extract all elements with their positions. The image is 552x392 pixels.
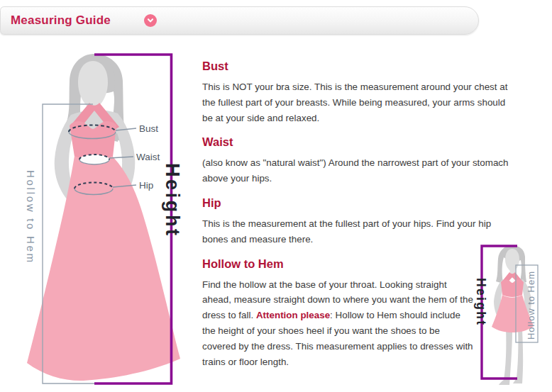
figure-face bbox=[78, 61, 108, 111]
waist-label: Waist bbox=[136, 152, 160, 162]
measuring-guide-header[interactable]: Measuring Guide bbox=[0, 6, 479, 35]
bust-description: This is NOT your bra size. This is the m… bbox=[202, 79, 512, 125]
hip-label: Hip bbox=[139, 180, 153, 191]
small-dress-bodice bbox=[501, 279, 524, 297]
bust-heading: Bust bbox=[202, 60, 512, 73]
hip-heading: Hip bbox=[202, 196, 512, 210]
waist-heading: Waist bbox=[202, 135, 512, 149]
chevron-down-icon[interactable] bbox=[144, 14, 157, 27]
bust-label: Bust bbox=[139, 123, 158, 134]
attention-label: Attention please bbox=[256, 310, 330, 320]
section-waist: Waist (also know as "natural waist") Aro… bbox=[202, 135, 512, 186]
waist-description: (also know as "natural waist") Around th… bbox=[202, 155, 512, 186]
hollow-to-hem-label: Hollow to Hem bbox=[25, 170, 37, 262]
hollow-to-hem-description: Find the hollow at the base of your thro… bbox=[202, 277, 473, 370]
section-bust: Bust This is NOT your bra size. This is … bbox=[202, 60, 512, 125]
hollow-to-hem-heading: Hollow to Hem bbox=[202, 257, 473, 271]
small-hollow-to-hem-label: Hollow to Hem bbox=[526, 271, 536, 340]
dress-skirt bbox=[27, 156, 180, 381]
section-hollow-to-hem: Hollow to Hem Find the hollow at the bas… bbox=[202, 257, 473, 370]
page-title: Measuring Guide bbox=[11, 13, 111, 28]
small-figure-left-leg bbox=[499, 327, 512, 385]
measuring-guide-page: Measuring Guide Bust Waist Hip bbox=[0, 0, 552, 392]
small-measuring-diagram: Hollow to Hem Height bbox=[458, 234, 552, 392]
main-measuring-diagram: Bust Waist Hip Hollow to Hem Height bbox=[0, 39, 192, 392]
small-figure-right-leg bbox=[513, 327, 523, 383]
